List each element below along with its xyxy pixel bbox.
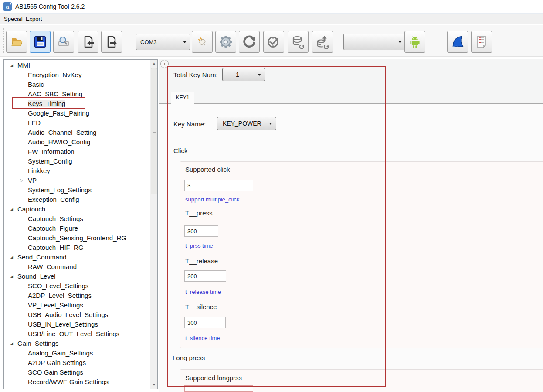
android-icon (408, 35, 422, 49)
tree-item-audio-channel-setting[interactable]: Audio_Channel_Setting (4, 128, 149, 137)
chevron-down-icon (269, 123, 272, 126)
tree-scrollbar[interactable] (150, 60, 157, 389)
clock-check-icon (267, 35, 281, 49)
tree-item-basic[interactable]: Basic (4, 80, 149, 89)
tree-item-gain-settings[interactable]: Gain_Settings (4, 339, 149, 348)
tree-item-sco-level-settings[interactable]: SCO_Level_Settings (4, 281, 149, 291)
title-bar: a AB1565 Config Tool-2.6.2 (0, 0, 543, 13)
supported-click-label: Supported click (185, 165, 230, 174)
total-key-num-label: Total Key Num: (173, 70, 218, 80)
chevron-down-icon (398, 41, 402, 45)
key-name-label: Key Name: (173, 119, 206, 129)
toolbar-grip[interactable] (3, 28, 4, 53)
key-name-select[interactable]: KEY_POWER (217, 117, 276, 130)
refresh-icon (242, 35, 256, 49)
tree-item-captouch-sensing-frontend-rg[interactable]: Captouch_Sensing_Frontend_RG (4, 233, 149, 243)
database-sync-button[interactable] (288, 31, 309, 53)
chevron-down-icon (183, 41, 187, 45)
tree-item-audio-hw-io-config[interactable]: Audio_HW/IO_Config (4, 137, 149, 147)
expand-arrow-icon[interactable] (10, 61, 13, 70)
tree-item-keys-timing[interactable]: Keys_Timing (4, 99, 149, 109)
save-icon (33, 35, 47, 49)
supported-click-hint: support multiple_click (185, 196, 239, 204)
export-file-icon (105, 35, 119, 49)
total-key-num-select[interactable]: 1 (222, 68, 265, 81)
tree-item-captouch-figure[interactable]: Captouch_Figure (4, 224, 149, 233)
tree-item-a2dp-level-settings[interactable]: A2DP_Level_Settings (4, 291, 149, 300)
collapse-sidebar-button[interactable] (160, 60, 169, 68)
t-release-input[interactable] (184, 270, 226, 282)
tree-item-usb-audio-level-settings[interactable]: USB_Audio_Level_Settings (4, 310, 149, 320)
scroll-up-icon[interactable] (150, 60, 158, 67)
t-release-label: T__release (185, 256, 218, 266)
supported-click-input[interactable] (184, 180, 253, 191)
expand-arrow-icon[interactable] (10, 339, 13, 348)
tree-item-linkkey[interactable]: Linkkey (4, 166, 149, 176)
t-silence-input[interactable] (184, 317, 226, 328)
t-press-hint: t_prss time (185, 242, 213, 250)
gear-icon (219, 35, 233, 49)
inspect-button[interactable] (53, 31, 74, 53)
tree-item-mmi[interactable]: MMI (4, 61, 149, 70)
tree-item-captouch[interactable]: Captouch (4, 205, 149, 214)
supported-longprss-input[interactable] (184, 385, 253, 392)
log-report-button[interactable] (471, 31, 492, 53)
android-tool-button[interactable] (404, 31, 425, 53)
schedule-check-button[interactable] (263, 31, 284, 53)
tree-item-vp-level-settings[interactable]: VP_Level_Settings (4, 300, 149, 310)
tree-item-encryption-nvkey[interactable]: Encryption_NvKey (4, 70, 149, 80)
chevron-down-icon (258, 74, 261, 78)
device-select[interactable] (343, 34, 405, 50)
expand-arrow-icon[interactable] (10, 205, 13, 214)
settings-button[interactable] (215, 31, 236, 53)
tree-items: MMI Encryption_NvKey Basic AAC_SBC_Setti… (4, 61, 149, 387)
tree-item-system-log-settings[interactable]: System_Log_Settings (4, 185, 149, 195)
com-port-select[interactable]: COM3 (136, 34, 190, 50)
tree-item-sco-gain-settings[interactable]: SCO Gain Settings (4, 368, 149, 377)
refresh-button[interactable] (239, 31, 260, 53)
tree-item-captouch-hif-rg[interactable]: Captouch_HIF_RG (4, 243, 149, 252)
scroll-down-icon[interactable] (150, 381, 158, 389)
t-silence-hint: t_silence time (185, 334, 220, 342)
long-press-group-box: Supported longprss (180, 369, 543, 392)
import-button[interactable] (78, 31, 98, 53)
click-section-heading: Click (173, 146, 188, 156)
tree-item-sound-level[interactable]: Sound_Level (4, 272, 149, 281)
wireshark-button[interactable] (447, 31, 468, 53)
log-report-icon (475, 35, 489, 49)
tree-item-aac-sbc-setting[interactable]: AAC_SBC_Setting (4, 89, 149, 99)
database-sync-icon (291, 35, 305, 49)
tree-item-analog-gain-settings[interactable]: Analog_Gain_Settings (4, 348, 149, 358)
database-upload-button[interactable] (312, 31, 333, 53)
tab-key1[interactable]: KEY1 (171, 92, 194, 104)
menu-special-export[interactable]: Special_Export (0, 16, 46, 22)
expand-arrow-icon[interactable] (10, 252, 13, 262)
tree-item-google-fast-pairing[interactable]: Google_Fast_Pairing (4, 109, 149, 118)
tree-item-exception-config[interactable]: Exception_Config (4, 195, 149, 205)
tree-item-vp[interactable]: VP (4, 176, 149, 185)
search-icon (57, 35, 71, 49)
tree-item-a2dp-gain-settings[interactable]: A2DP Gain Settings (4, 358, 149, 368)
scrollbar-thumb[interactable] (151, 68, 157, 194)
tree-item-fw-information[interactable]: FW_Information (4, 147, 149, 157)
tree-item-usb-in-level-settings[interactable]: USB_IN_Level_Settings (4, 320, 149, 329)
toolbar: COM3 (0, 25, 543, 57)
collapse-arrow-icon[interactable] (20, 176, 24, 185)
t-release-hint: t_release time (185, 288, 221, 296)
window-title: AB1565 Config Tool-2.6.2 (15, 3, 85, 10)
tree-item-captouch-settings[interactable]: Captouch_Settings (4, 214, 149, 224)
tree-item-system-config[interactable]: System_Config (4, 157, 149, 166)
connect-button[interactable] (192, 31, 213, 53)
t-press-label: T__press (185, 208, 213, 218)
t-press-input[interactable] (184, 225, 218, 237)
tree-item-send-command[interactable]: Send_Command (4, 252, 149, 262)
save-button[interactable] (30, 31, 51, 53)
tree-item-led[interactable]: LED (4, 118, 149, 128)
export-button[interactable] (101, 31, 122, 53)
open-file-button[interactable] (6, 31, 27, 53)
tree-item-usb-line-out-level-settings[interactable]: USB/Line_OUT_Level_Settings (4, 329, 149, 339)
expand-arrow-icon[interactable] (10, 272, 13, 281)
tree-item-raw-command[interactable]: RAW_Command (4, 262, 149, 272)
tree-item-record-wwe-gain-settings[interactable]: Record/WWE Gain Settings (4, 377, 149, 387)
key-timing-panel: Total Key Num: 1 KEY1 Key Name: KEY_POWE… (159, 59, 543, 392)
